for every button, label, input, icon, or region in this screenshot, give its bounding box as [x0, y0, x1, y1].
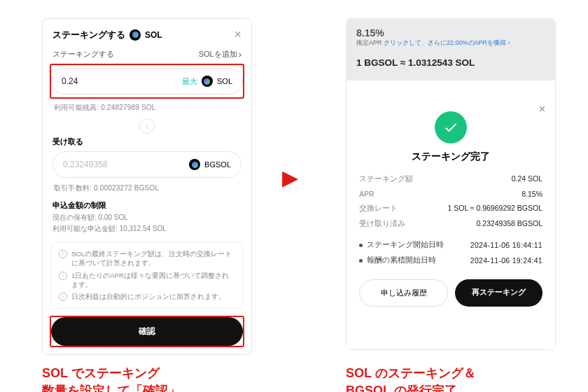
max-button[interactable]: 最大: [182, 76, 197, 87]
flow-arrow-icon: ▶: [282, 165, 298, 190]
limit-line: 利用可能な申込金額: 10,312.54 SOL: [43, 223, 251, 234]
swap-direction-icon[interactable]: ↓: [139, 118, 155, 134]
info-icon: i: [59, 250, 67, 258]
staking-complete-panel: 8.15% 推定APR クリックして、さらに22.00%のAPRを獲得 › 1 …: [346, 18, 556, 350]
fee-note: 取引手数料: 0.00023272 BGSOL: [43, 181, 251, 196]
amount-input[interactable]: 0.24 最大 SOL: [51, 68, 243, 94]
completion-title: ステーキング完了: [359, 150, 542, 163]
receive-value: 0.23249358: [63, 160, 107, 169]
amount-input-highlight: 0.24 最大 SOL: [50, 64, 244, 99]
staking-form-panel: ステーキングする SOL × ステーキングする SOLを追加 0.24 最大 S…: [42, 18, 252, 355]
exchange-rate-heading: 1 BGSOL ≈ 1.0312543 SOL: [356, 57, 545, 68]
completion-sheet: × ステーキング完了 ステーキング額0.24 SOL APR8.15% 交換レー…: [346, 94, 555, 349]
info-icon: i: [59, 293, 67, 301]
add-sol-link[interactable]: SOLを追加: [199, 49, 241, 59]
sol-icon: [202, 76, 213, 87]
panel-title: ステーキングする: [52, 29, 125, 41]
history-button[interactable]: 申し込み履歴: [359, 279, 448, 307]
confirm-button[interactable]: 確認: [51, 317, 243, 346]
restake-button[interactable]: 再ステーキング: [455, 279, 542, 307]
close-icon[interactable]: ×: [539, 103, 545, 115]
panel-header: ステーキングする SOL ×: [43, 19, 251, 48]
sol-icon: [130, 29, 141, 41]
input-asset: SOL: [217, 77, 232, 85]
background-summary: 8.15% 推定APR クリックして、さらに22.00%のAPRを獲得 › 1 …: [346, 19, 555, 80]
receive-asset: BGSOL: [204, 160, 231, 169]
apr-boost-link[interactable]: クリックして、さらに22.00%のAPRを獲得 ›: [384, 39, 510, 46]
confirm-button-highlight: 確認: [50, 316, 244, 347]
stake-section-label: ステーキングする: [52, 49, 114, 59]
success-check-icon: [435, 111, 467, 144]
bgsol-icon: [189, 159, 200, 170]
close-icon[interactable]: ×: [234, 27, 241, 42]
asset-symbol: SOL: [145, 30, 162, 40]
apr-percent: 8.15%: [356, 27, 545, 38]
receive-label: 受け取る: [43, 136, 251, 148]
limit-line: 現在の保有額: 0.00 SOL: [43, 212, 251, 223]
left-caption: SOL でステーキング 数量を設定して「確認」: [42, 359, 252, 392]
info-icon: i: [59, 272, 67, 280]
amount-value: 0.24: [62, 76, 78, 86]
balance-note: 利用可能残高: 0.24827989 SOL: [43, 100, 251, 115]
info-box: iSOLの最終ステーキング額は、注文時の交換レートに基づいて計算されます。 i1…: [51, 241, 243, 309]
receive-output: 0.23249358 BGSOL: [52, 151, 241, 178]
limits-title: 申込金額の制限: [43, 196, 251, 212]
right-caption: SOL のステーキング＆ BGSOL の発行完了: [346, 359, 556, 392]
